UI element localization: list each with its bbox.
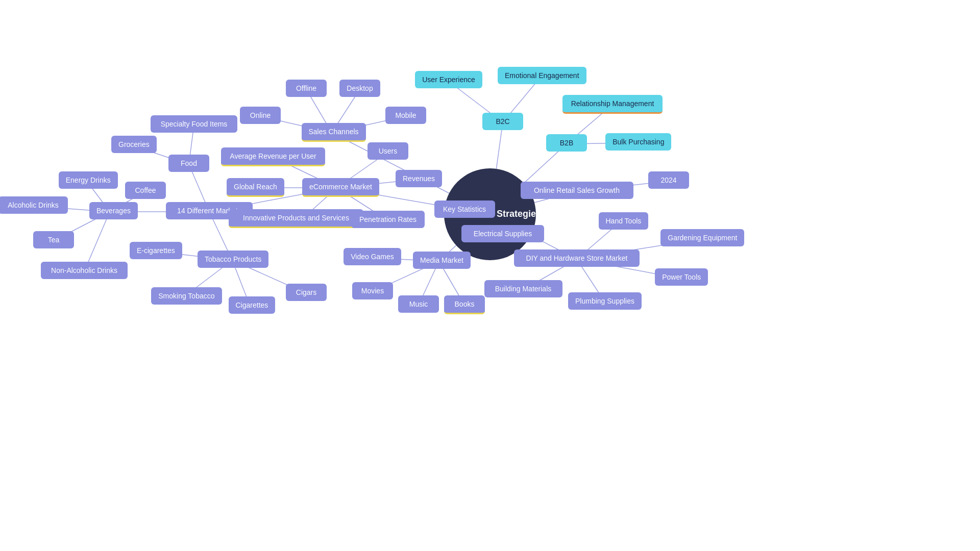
node-key-statistics[interactable]: Key Statistics <box>434 201 495 218</box>
node-non-alcoholic[interactable]: Non-Alcoholic Drinks <box>41 262 128 279</box>
node-alcoholic-drinks[interactable]: Alcoholic Drinks <box>0 196 68 214</box>
node-media-market[interactable]: Media Market <box>413 252 471 269</box>
node-food[interactable]: Food <box>168 155 209 172</box>
node-mobile[interactable]: Mobile <box>385 107 426 124</box>
node-tobacco[interactable]: Tobacco Products <box>198 251 268 268</box>
node-cigars[interactable]: Cigars <box>286 284 327 301</box>
node-b2c[interactable]: B2C <box>482 113 523 130</box>
node-online-retail[interactable]: Online Retail Sales Growth <box>521 182 633 199</box>
node-emotional-engagement[interactable]: Emotional Engagement <box>498 67 586 84</box>
node-b2b[interactable]: B2B <box>546 134 587 152</box>
node-electrical-supplies[interactable]: Electrical Supplies <box>461 225 544 242</box>
node-hand-tools[interactable]: Hand Tools <box>599 212 649 230</box>
node-bulk-purchasing[interactable]: Bulk Purchasing <box>605 133 671 151</box>
node-books[interactable]: Books <box>444 295 485 314</box>
node-music[interactable]: Music <box>398 295 439 313</box>
node-user-experience[interactable]: User Experience <box>415 71 482 88</box>
node-users[interactable]: Users <box>368 142 408 160</box>
node-building-materials[interactable]: Building Materials <box>484 280 562 297</box>
node-ecommerce-market[interactable]: eCommerce Market <box>302 178 379 197</box>
node-beverages[interactable]: Beverages <box>89 202 138 219</box>
node-tea[interactable]: Tea <box>33 231 74 248</box>
node-power-tools[interactable]: Power Tools <box>655 268 708 286</box>
node-coffee[interactable]: Coffee <box>125 182 166 199</box>
node-gardening-equipment[interactable]: Gardening Equipment <box>660 229 744 246</box>
node-smoking-tobacco[interactable]: Smoking Tobacco <box>151 287 222 305</box>
node-desktop[interactable]: Desktop <box>339 80 380 97</box>
node-movies[interactable]: Movies <box>352 282 393 299</box>
node-groceries[interactable]: Groceries <box>111 136 157 153</box>
node-revenues[interactable]: Revenues <box>396 170 442 187</box>
node-sales-channels[interactable]: Sales Channels <box>302 123 366 142</box>
node-penetration-rates[interactable]: Penetration Rates <box>351 211 425 228</box>
node-video-games[interactable]: Video Games <box>344 248 401 265</box>
node-specialty-food[interactable]: Specialty Food Items <box>151 115 237 133</box>
node-energy-drinks[interactable]: Energy Drinks <box>59 171 118 189</box>
node-avg-revenue[interactable]: Average Revenue per User <box>221 147 325 166</box>
node-online[interactable]: Online <box>240 107 281 124</box>
node-global-reach[interactable]: Global Reach <box>227 178 284 197</box>
node-plumbing-supplies[interactable]: Plumbing Supplies <box>568 292 642 310</box>
node-offline[interactable]: Offline <box>286 80 327 97</box>
node-relationship-mgmt[interactable]: Relationship Management <box>562 95 663 114</box>
node-cigarettes[interactable]: Cigarettes <box>229 296 276 314</box>
node-innovative[interactable]: Innovative Products and Services <box>229 209 363 228</box>
node-2024[interactable]: 2024 <box>648 171 689 189</box>
node-e-cigarettes[interactable]: E-cigarettes <box>130 242 182 259</box>
node-diy-hardware[interactable]: DIY and Hardware Store Market <box>514 249 640 267</box>
